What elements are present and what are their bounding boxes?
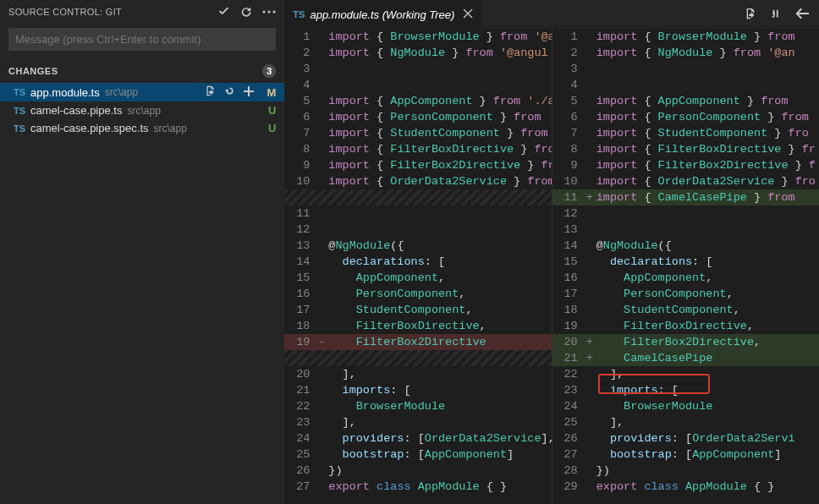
diff-marker: [318, 446, 328, 463]
diff-editor[interactable]: 1import { BrowserModule } from '@a2impor…: [284, 29, 819, 504]
code-line[interactable]: 21 imports: [: [284, 382, 551, 398]
diff-marker: [586, 286, 596, 302]
code-content: [328, 189, 551, 205]
code-line[interactable]: 7import { StudentComponent } from: [284, 125, 551, 141]
line-number: 18: [552, 302, 586, 318]
code-line[interactable]: 25 ],: [552, 414, 819, 430]
changed-file-row[interactable]: TS camel-case.pipe.spec.ts src\app U: [0, 119, 284, 137]
code-line[interactable]: 8import { FilterBoxDirective } fro: [284, 141, 551, 157]
refresh-icon[interactable]: [240, 6, 252, 18]
diff-marker: [586, 270, 596, 286]
code-line[interactable]: 23 ],: [284, 414, 551, 430]
line-number: 25: [284, 446, 318, 463]
open-file-icon[interactable]: [205, 85, 216, 99]
line-number: 19: [552, 318, 586, 334]
line-number: 3: [552, 61, 586, 77]
line-number: 7: [552, 125, 586, 141]
code-line[interactable]: 28}): [552, 463, 819, 479]
code-line[interactable]: 10import { OrderData2Service } from: [284, 173, 551, 189]
code-line[interactable]: 14@NgModule({: [552, 238, 819, 254]
code-line[interactable]: 16 AppComponent,: [552, 270, 819, 286]
line-number: 24: [284, 430, 318, 446]
code-content: providers: [OrderData2Servi: [596, 430, 819, 446]
code-line[interactable]: 2import { NgModule } from '@an: [552, 45, 819, 61]
stage-changes-icon[interactable]: [244, 86, 254, 99]
code-content: FilterBox2Directive,: [596, 334, 819, 350]
code-line[interactable]: 15 AppComponent,: [284, 270, 551, 286]
code-line[interactable]: 15 declarations: [: [552, 254, 819, 270]
diff-modified-pane[interactable]: 1import { BrowserModule } from2import { …: [552, 29, 819, 504]
code-line[interactable]: 13@NgModule({: [284, 238, 551, 254]
changed-file-row[interactable]: TS camel-case.pipe.ts src\app U: [0, 101, 284, 119]
code-line[interactable]: 26 providers: [OrderData2Servi: [552, 430, 819, 446]
code-line[interactable]: 21+ CamelCasePipe: [552, 350, 819, 366]
code-line[interactable]: 20 ],: [284, 366, 551, 382]
more-icon[interactable]: [262, 10, 276, 14]
code-line[interactable]: 14 declarations: [: [284, 254, 551, 270]
code-line[interactable]: 1import { BrowserModule } from '@a: [284, 29, 551, 45]
line-number: 21: [284, 382, 318, 398]
code-line[interactable]: 27export class AppModule { }: [284, 479, 551, 495]
code-line[interactable]: 4: [552, 77, 819, 93]
code-line[interactable]: [284, 189, 551, 205]
code-line[interactable]: 19- FilterBox2Directive: [284, 334, 551, 350]
code-line[interactable]: 27 bootstrap: [AppComponent]: [552, 446, 819, 463]
code-line[interactable]: 5import { AppComponent } from: [552, 93, 819, 109]
code-content: FilterBoxDirective,: [596, 318, 819, 334]
code-line[interactable]: 3: [284, 61, 551, 77]
code-line[interactable]: 13: [552, 222, 819, 238]
code-line[interactable]: 29export class AppModule { }: [552, 479, 819, 495]
diff-original-pane[interactable]: 1import { BrowserModule } from '@a2impor…: [284, 29, 552, 504]
code-line[interactable]: 24 providers: [OrderData2Service],: [284, 430, 551, 446]
code-line[interactable]: 10import { OrderData2Service } fro: [552, 173, 819, 189]
code-line[interactable]: 4: [284, 77, 551, 93]
changed-file-row[interactable]: TS app.module.ts src\app M: [0, 83, 284, 101]
diff-marker: [586, 77, 596, 93]
code-line[interactable]: 19 FilterBoxDirective,: [552, 318, 819, 334]
code-line[interactable]: 17 StudentComponent,: [284, 302, 551, 318]
line-number: 16: [284, 286, 318, 302]
code-line[interactable]: 18 StudentComponent,: [552, 302, 819, 318]
commit-message-input[interactable]: [8, 28, 276, 51]
code-line[interactable]: 26}): [284, 463, 551, 479]
code-line[interactable]: 12: [552, 205, 819, 222]
code-line[interactable]: 9import { FilterBox2Directive } fr: [284, 157, 551, 173]
code-line[interactable]: 22 BrowserModule: [284, 398, 551, 414]
code-content: import { NgModule } from '@an: [596, 45, 819, 61]
code-line[interactable]: 8import { FilterBoxDirective } fr: [552, 141, 819, 157]
open-file-icon[interactable]: [745, 8, 756, 22]
diff-marker: [586, 29, 596, 45]
diff-marker: [586, 205, 596, 222]
editor-tab[interactable]: TS app.module.ts (Working Tree): [284, 0, 481, 29]
code-line[interactable]: 11: [284, 205, 551, 222]
code-line[interactable]: 7import { StudentComponent } fro: [552, 125, 819, 141]
code-line[interactable]: [284, 350, 551, 366]
code-line[interactable]: 6import { PersonComponent } from: [284, 109, 551, 125]
commit-check-icon[interactable]: [217, 5, 230, 18]
code-line[interactable]: 11+import { CamelCasePipe } from: [552, 189, 819, 205]
code-line[interactable]: 24 BrowserModule: [552, 398, 819, 414]
whitespace-toggle-icon[interactable]: [770, 8, 782, 22]
line-number: 22: [284, 398, 318, 414]
code-line[interactable]: 18 FilterBoxDirective,: [284, 318, 551, 334]
code-line[interactable]: 16 PersonComponent,: [284, 286, 551, 302]
close-tab-icon[interactable]: [463, 8, 473, 21]
code-line[interactable]: 2import { NgModule } from '@angul: [284, 45, 551, 61]
discard-changes-icon[interactable]: [224, 85, 235, 99]
code-line[interactable]: 3: [552, 61, 819, 77]
line-number: 20: [284, 366, 318, 382]
code-line[interactable]: 5import { AppComponent } from './a: [284, 93, 551, 109]
code-line[interactable]: 6import { PersonComponent } from: [552, 109, 819, 125]
code-line[interactable]: 17 PersonComponent,: [552, 286, 819, 302]
back-arrow-icon[interactable]: [795, 8, 809, 22]
file-path: src\app: [127, 105, 160, 117]
code-line[interactable]: 12: [284, 222, 551, 238]
line-number: 6: [284, 109, 318, 125]
changes-section-header[interactable]: CHANGES 3: [0, 61, 284, 81]
diff-marker: [318, 141, 328, 157]
code-line[interactable]: 20+ FilterBox2Directive,: [552, 334, 819, 350]
code-line[interactable]: 1import { BrowserModule } from: [552, 29, 819, 45]
code-line[interactable]: 25 bootstrap: [AppComponent]: [284, 446, 551, 463]
file-actions: U: [187, 122, 276, 134]
code-line[interactable]: 9import { FilterBox2Directive } f: [552, 157, 819, 173]
